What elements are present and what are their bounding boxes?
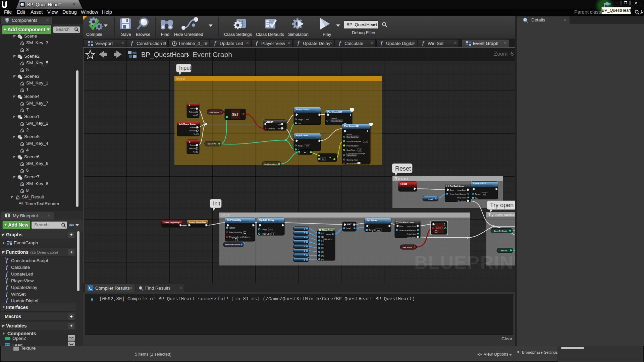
svg-text:[0]: [0] (321, 232, 324, 234)
svg-text:Key: Key (193, 114, 196, 116)
svg-text:2: 2 (304, 232, 305, 234)
svg-text:8: 8 (304, 259, 305, 261)
svg-text:Try open ran: Try open ran (490, 202, 516, 208)
svg-text:Reset: Reset (395, 165, 411, 172)
svg-text:Target is BP Quest Heart: Target is BP Quest Heart (296, 110, 316, 112)
svg-text:Select Asset: Select Asset (347, 155, 356, 156)
svg-text:Tone_Rod_Cue: Tone_Rod_Cue (331, 120, 342, 122)
svg-text:Target is BP Quest Heart: Target is BP Quest Heart (296, 136, 316, 138)
svg-text:Left Mouse Button: Left Mouse Button (179, 123, 196, 125)
svg-text:False: False (277, 128, 281, 130)
svg-text:For Each Loop: For Each Loop (399, 221, 414, 223)
svg-text:Pressed: Pressed (190, 144, 196, 146)
svg-text:ADD: ADD (435, 226, 443, 230)
svg-text:Sound: Sound (346, 133, 352, 135)
svg-text:self: self (306, 145, 309, 147)
svg-text:R e s e t: R e s e t (394, 177, 408, 181)
svg-text:Released: Released (189, 147, 196, 149)
svg-text:Lead: Lead (346, 227, 351, 230)
svg-text:Input: Input (176, 77, 184, 81)
svg-text:[3]: [3] (321, 243, 324, 245)
svg-text:1.0: 1.0 (364, 140, 367, 142)
svg-text:self: self (269, 229, 273, 231)
svg-text:I n i t: I n i t (221, 213, 229, 217)
svg-text:self: self (377, 229, 380, 231)
svg-text:Event BeginPlay: Event BeginPlay (164, 222, 180, 224)
svg-text:Zoom -5: Zoom -5 (494, 51, 514, 57)
svg-text:Array Index: Array Index (457, 197, 466, 199)
svg-text:Pin: Pin (475, 197, 478, 199)
svg-text:Completed: Completed (407, 236, 416, 238)
svg-text:Add pin +: Add pin + (323, 238, 332, 240)
svg-text:Sound: Sound (331, 117, 337, 119)
svg-text:›: › (187, 51, 189, 58)
svg-text:Tone_Good_Cue: Tone_Good_Cue (347, 136, 359, 138)
svg-text:6.0: 6.0 (322, 158, 324, 160)
svg-text:Propagate to Children: Propagate to Children (229, 236, 251, 239)
svg-text:3: 3 (304, 236, 305, 239)
svg-text:Key Status: Key Status (403, 246, 412, 248)
svg-text:Q: Q (189, 141, 191, 143)
svg-text:Array: Array (450, 193, 454, 195)
svg-text:Try open random ke: Try open random ke (488, 213, 516, 217)
svg-text:Target: Target (229, 227, 235, 229)
svg-text:1: 1 (304, 228, 305, 230)
svg-text:Is UISound: Is UISound (346, 163, 356, 165)
svg-text:Target is BP Quest Heart: Target is BP Quest Heart (473, 184, 493, 186)
svg-text:Pressed: Pressed (190, 126, 197, 128)
svg-text:Exec: Exec (399, 225, 404, 227)
svg-text:Key Status: Key Status (210, 111, 219, 113)
svg-text:Released: Released (189, 111, 196, 113)
svg-text:[7]: [7] (321, 258, 324, 260)
svg-text:Key: Key (193, 151, 196, 153)
svg-text:self: self (306, 119, 309, 121)
svg-text:0.0: 0.0 (359, 149, 361, 151)
svg-text:5: 5 (304, 245, 305, 248)
svg-text:True: True (277, 123, 281, 125)
svg-text:Array: Array (326, 234, 331, 236)
svg-text:Loop Body: Loop Body (458, 189, 466, 191)
svg-text:Target is BP Quest Heart: Target is BP Quest Heart (367, 221, 386, 223)
svg-text:Pitch Multiplier: Pitch Multiplier (346, 145, 359, 147)
svg-text:[6]: [6] (321, 255, 324, 257)
svg-text:For Each Loop: For Each Loop (450, 185, 464, 187)
svg-text:Play Sound 2D: Play Sound 2D (327, 111, 342, 113)
svg-text:6: 6 (304, 250, 305, 252)
svg-text:✱: ✱ (304, 152, 306, 154)
svg-text:Init: Init (213, 201, 220, 206)
svg-text:[1]: [1] (321, 236, 324, 238)
svg-text:Completed: Completed (458, 200, 466, 202)
svg-text:Condition: Condition (268, 128, 275, 130)
svg-text:Max Pin: Max Pin (501, 250, 507, 252)
svg-text:Event Graph: Event Graph (193, 51, 232, 58)
svg-text:SET: SET (347, 223, 352, 226)
svg-text:Branch: Branch (266, 121, 273, 123)
svg-text:Timer Text Render: Timer Text Render (225, 244, 240, 246)
svg-text:Target: Target (369, 229, 375, 232)
svg-text:Target is BP Quest Heart: Target is BP Quest Heart (259, 221, 279, 223)
svg-text:Parent: BeginPlay: Parent: BeginPlay (189, 221, 206, 223)
svg-text:÷: ÷ (329, 156, 331, 159)
svg-text:Select Pin: Select Pin (208, 143, 216, 145)
svg-text:Volume Multiplier: Volume Multiplier (346, 140, 361, 142)
svg-text:Make Array: Make Array (322, 229, 333, 231)
svg-text:Key: Key (194, 133, 197, 135)
svg-text:Lead: Lead (428, 198, 433, 200)
svg-text:BLUEPRINT: BLUEPRINT (414, 252, 516, 273)
svg-text:4: 4 (304, 241, 305, 243)
svg-text:Pin: Pin (298, 123, 301, 125)
svg-text:Start Time: Start Time (346, 149, 355, 151)
svg-text:Loop Body: Loop Body (407, 225, 416, 227)
svg-text:Array Element: Array Element (405, 229, 416, 231)
svg-text:Array Element: Array Element (455, 193, 467, 195)
svg-text:Total Open Keys: Total Open Keys (264, 163, 277, 165)
svg-text:Total Open: Total Open (261, 233, 272, 235)
svg-text:Input: Input (179, 65, 191, 71)
svg-text:[4]: [4] (321, 247, 324, 249)
svg-text:Array: Array (399, 229, 404, 231)
svg-text:Custom Event: Custom Event (401, 185, 414, 187)
svg-text:Array Index: Array Index (407, 233, 416, 235)
svg-text:E: E (189, 104, 190, 106)
svg-text:self: self (483, 193, 486, 195)
svg-text:7: 7 (304, 254, 305, 256)
